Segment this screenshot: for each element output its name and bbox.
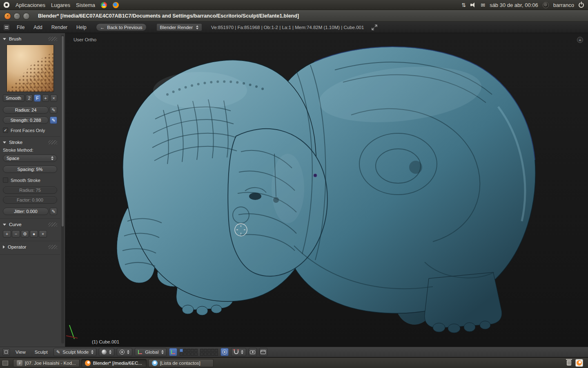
tray-blender-icon[interactable] bbox=[575, 359, 583, 367]
jitter-slider[interactable]: Jitter: 0.000 bbox=[3, 208, 49, 215]
orientation-select[interactable]: Global bbox=[135, 348, 166, 356]
opengl-render-button[interactable] bbox=[249, 348, 257, 356]
editor-type-icon[interactable] bbox=[3, 24, 10, 31]
radius-slider[interactable]: Radius: 24 bbox=[3, 106, 49, 114]
network-icon[interactable]: ⇅ bbox=[461, 2, 466, 8]
radius-pressure-toggle[interactable]: ✎ bbox=[50, 106, 57, 114]
layer-cell[interactable] bbox=[180, 349, 183, 352]
layer-cell[interactable] bbox=[180, 352, 183, 356]
layer-cell[interactable] bbox=[194, 349, 198, 352]
strength-slider[interactable]: Strength: 0.288 bbox=[3, 117, 49, 124]
menu-lugares[interactable]: Lugares bbox=[51, 2, 70, 8]
trash-icon[interactable] bbox=[567, 360, 571, 366]
firefox-icon[interactable] bbox=[113, 2, 119, 8]
viewport-3d[interactable]: User Ortho (1) Cube.001 + bbox=[65, 33, 588, 347]
curve-subtract-button[interactable]: − bbox=[12, 230, 20, 238]
sculpt-menu[interactable]: Sculpt bbox=[31, 350, 51, 355]
chrome-icon[interactable] bbox=[101, 2, 107, 8]
volume-icon[interactable] bbox=[470, 2, 476, 7]
taskbar-window-contacts[interactable]: [Lista de contactos] bbox=[148, 359, 214, 367]
layer-cell[interactable] bbox=[183, 349, 187, 352]
layers-grid-2[interactable] bbox=[200, 349, 218, 356]
layer-cell[interactable] bbox=[215, 349, 218, 352]
collapse-arrow-icon bbox=[3, 245, 5, 249]
add-menu[interactable]: Add bbox=[30, 25, 46, 30]
curve-point-button[interactable]: ● bbox=[30, 230, 38, 238]
strength-pressure-toggle[interactable]: ✎ bbox=[50, 117, 57, 124]
close-button[interactable]: × bbox=[4, 13, 11, 20]
layer-cell[interactable] bbox=[204, 349, 207, 352]
smooth-stroke-checkbox[interactable] bbox=[3, 177, 8, 183]
tool-shelf-scrollbar[interactable] bbox=[61, 35, 64, 343]
render-menu[interactable]: Render bbox=[48, 25, 71, 30]
fake-user-button[interactable]: F bbox=[34, 94, 41, 102]
mail-icon[interactable]: ✉ bbox=[481, 2, 485, 8]
opengl-render-anim-button[interactable] bbox=[259, 348, 267, 356]
layer-cell[interactable] bbox=[204, 352, 207, 356]
render-engine-select[interactable]: Blender Render bbox=[156, 23, 203, 31]
brush-panel-header[interactable]: Brush bbox=[3, 35, 57, 43]
minimize-button[interactable]: − bbox=[13, 13, 20, 20]
operator-panel-header[interactable]: Operator bbox=[3, 243, 57, 251]
layer-cell[interactable] bbox=[191, 352, 194, 356]
taskbar-window-label: [Lista de contactos] bbox=[160, 361, 200, 366]
brush-name-field[interactable]: Smooth bbox=[3, 94, 24, 102]
spacing-slider[interactable]: Spacing: 5% bbox=[3, 166, 57, 173]
taskbar-window-blender[interactable]: Blender* [/media/6EC... bbox=[81, 359, 147, 367]
brush-texture-preview[interactable] bbox=[7, 45, 54, 92]
add-brush-button[interactable]: + bbox=[42, 94, 49, 102]
front-faces-checkbox[interactable]: ✓ bbox=[3, 128, 8, 133]
brush-users-button[interactable]: 2 bbox=[26, 94, 33, 102]
curve-tools-button[interactable]: ⚙ bbox=[21, 230, 29, 238]
layer-cell[interactable] bbox=[200, 349, 203, 352]
window-expand-icon[interactable] bbox=[371, 24, 378, 31]
layer-cell[interactable] bbox=[200, 352, 203, 356]
curve-panel-header[interactable]: Curve bbox=[3, 220, 57, 229]
file-menu[interactable]: File bbox=[13, 25, 28, 30]
editor-type-icon[interactable] bbox=[2, 348, 10, 356]
viewport-shading-select[interactable] bbox=[99, 348, 114, 356]
curve-delete-button[interactable]: × bbox=[39, 230, 47, 238]
scene-lock-toggle[interactable] bbox=[220, 348, 229, 356]
stroke-method-select[interactable]: Space bbox=[3, 155, 57, 162]
blender-logo-icon bbox=[577, 360, 582, 366]
layer-cell[interactable] bbox=[211, 349, 214, 352]
brush-panel: Brush Smooth 2 F + × Radius: 24 ✎ Streng… bbox=[0, 33, 60, 137]
maximize-button[interactable]: ▫ bbox=[23, 13, 30, 20]
ubuntu-logo-icon[interactable] bbox=[3, 2, 10, 8]
back-to-previous-button[interactable]: ← Back to Previous bbox=[96, 23, 147, 31]
jitter-pressure-toggle[interactable]: ✎ bbox=[50, 208, 57, 215]
unlink-brush-button[interactable]: × bbox=[50, 94, 57, 102]
view-menu[interactable]: View bbox=[12, 350, 29, 355]
smooth-factor-slider[interactable]: Factor: 0.900 bbox=[3, 196, 57, 204]
layer-cell[interactable] bbox=[194, 352, 198, 356]
username[interactable]: barranco bbox=[553, 2, 574, 8]
layer-cell[interactable] bbox=[187, 352, 190, 356]
layer-cell[interactable] bbox=[207, 349, 211, 352]
menu-aplicaciones[interactable]: Aplicaciones bbox=[16, 2, 45, 8]
show-desktop-icon[interactable] bbox=[2, 361, 8, 366]
layer-cell[interactable] bbox=[183, 352, 187, 356]
layer-cell[interactable] bbox=[215, 352, 218, 356]
layer-cell[interactable] bbox=[187, 349, 190, 352]
smooth-radius-slider[interactable]: Radius: 75 bbox=[3, 186, 57, 194]
curve-add-button[interactable]: + bbox=[3, 230, 11, 238]
session-menu-icon[interactable] bbox=[543, 2, 549, 8]
snap-select[interactable] bbox=[231, 348, 246, 356]
window-titlebar[interactable]: × − ▫ Blender* [/media/6EC07AE4C07AB1C7/… bbox=[0, 10, 588, 22]
layers-grid-1[interactable] bbox=[180, 349, 198, 356]
help-menu[interactable]: Help bbox=[73, 25, 90, 30]
taskbar-window-music[interactable]: ♪ [07. Joe Hisaishi - Kod... bbox=[13, 359, 80, 367]
layer-cell[interactable] bbox=[211, 352, 214, 356]
properties-region-expand-icon[interactable]: + bbox=[577, 37, 583, 43]
clock[interactable]: sáb 30 de abr, 00:06 bbox=[490, 2, 538, 8]
power-icon[interactable] bbox=[579, 2, 584, 8]
manipulator-toggle[interactable] bbox=[169, 348, 177, 356]
pivot-point-select[interactable] bbox=[117, 348, 132, 356]
stroke-panel-header[interactable]: Stroke bbox=[3, 138, 57, 146]
layer-cell[interactable] bbox=[191, 349, 194, 352]
mode-select[interactable]: ✎ Sculpt Mode bbox=[53, 348, 97, 356]
menu-sistema[interactable]: Sistema bbox=[76, 2, 95, 8]
scrollbar-thumb[interactable] bbox=[61, 36, 64, 227]
layer-cell[interactable] bbox=[207, 352, 211, 356]
